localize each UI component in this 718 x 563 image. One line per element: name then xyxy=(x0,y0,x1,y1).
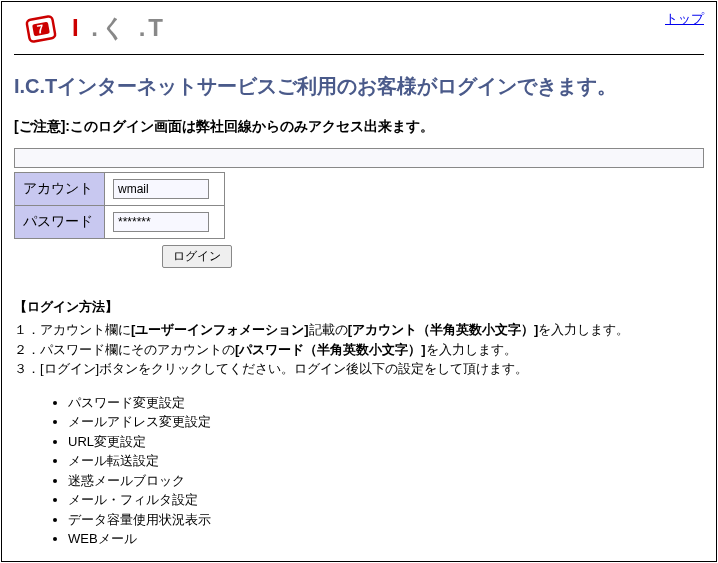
list-item: WEBメール xyxy=(68,529,704,549)
instruction-steps: １．アカウント欄に[ユーザーインフォメーション]記載の[アカウント（半角英数小文… xyxy=(14,320,704,379)
logo: 7 I .く .T xyxy=(22,10,166,46)
list-item: メール・フィルタ設定 xyxy=(68,490,704,510)
list-item: メールアドレス変更設定 xyxy=(68,412,704,432)
account-label: アカウント xyxy=(15,173,105,206)
list-item: データ容量使用状況表示 xyxy=(68,510,704,530)
divider xyxy=(14,54,704,55)
instructions-head: 【ログイン方法】 xyxy=(14,298,704,316)
notice-text: [ご注意]:このログイン画面は弊社回線からのみアクセス出来ます。 xyxy=(14,118,704,136)
list-item: URL変更設定 xyxy=(68,432,704,452)
password-label: パスワード xyxy=(15,206,105,239)
list-item: パスワード変更設定 xyxy=(68,393,704,413)
login-form: アカウント パスワード xyxy=(14,172,225,239)
logo-text: I .く .T xyxy=(72,12,166,44)
logo-icon: 7 xyxy=(22,10,64,46)
page-title: I.C.Tインターネットサービスご利用のお客様がログインできます。 xyxy=(14,73,704,100)
step-1: １．アカウント欄に[ユーザーインフォメーション]記載の[アカウント（半角英数小文… xyxy=(14,320,704,340)
account-input[interactable] xyxy=(113,179,209,199)
step-2: ２．パスワード欄にそのアカウントの[パスワード（半角英数小文字）]を入力します。 xyxy=(14,340,704,360)
list-item: メール転送設定 xyxy=(68,451,704,471)
list-item: 迷惑メールブロック xyxy=(68,471,704,491)
message-box xyxy=(14,148,704,168)
password-input[interactable] xyxy=(113,212,209,232)
step-3: ３．[ログイン]ボタンをクリックしてください。ログイン後以下の設定をして頂けます… xyxy=(14,359,704,379)
login-button[interactable]: ログイン xyxy=(162,245,232,268)
feature-list: パスワード変更設定 メールアドレス変更設定 URL変更設定 メール転送設定 迷惑… xyxy=(14,393,704,549)
top-link[interactable]: トップ xyxy=(665,10,704,28)
